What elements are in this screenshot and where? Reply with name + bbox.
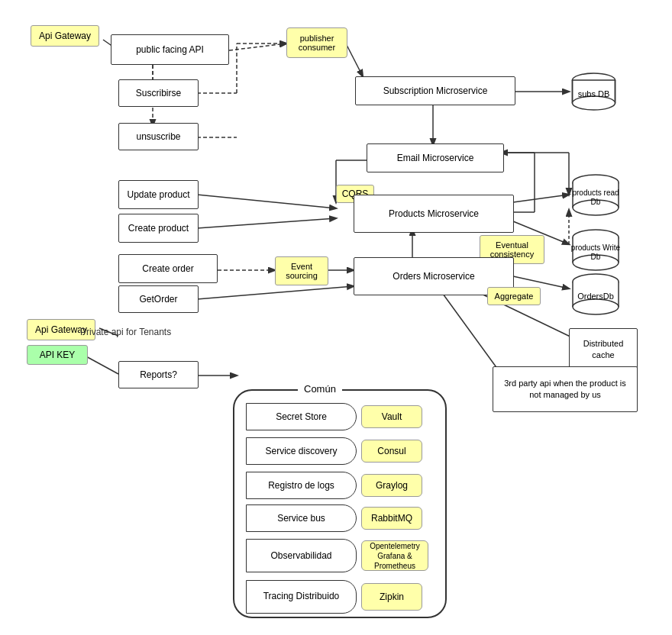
common-title: Común <box>298 383 342 395</box>
reports-box: Reports? <box>118 361 199 388</box>
orders-db-cylinder: OrdersDb <box>569 273 622 315</box>
publisher-consumer-label: publisher consumer <box>286 27 347 58</box>
tracing-row: Tracing Distribuido Zipkin <box>246 580 437 614</box>
products-write-db-cylinder: products Write Db <box>569 229 622 271</box>
create-product-box: Create product <box>118 214 199 243</box>
products-ms-box: Products Microservice <box>354 195 514 233</box>
subscription-ms-box: Subscription Microservice <box>355 76 515 105</box>
secret-store-label: Secret Store <box>246 403 357 430</box>
private-api-text: Private api for Tenants <box>80 327 171 337</box>
email-ms-box: Email Microservice <box>367 143 504 172</box>
event-sourcing-label: Event sourcing <box>275 256 328 285</box>
secret-store-value: Vault <box>361 405 422 428</box>
diagram: Api Gateway public facing API Suscribirs… <box>0 0 672 635</box>
api-key-label: API KEY <box>27 345 88 365</box>
svg-line-5 <box>346 44 363 76</box>
get-order-box: GetOrder <box>118 285 199 313</box>
registro-logs-label: Registro de logs <box>246 472 357 499</box>
svg-line-15 <box>513 195 569 202</box>
tracing-label: Tracing Distribuido <box>246 580 357 614</box>
api-gateway-1-label: Api Gateway <box>31 25 99 47</box>
public-api-box: public facing API <box>111 34 229 65</box>
service-discovery-label: Service discovery <box>246 437 357 465</box>
svg-line-8 <box>229 44 286 50</box>
service-bus-label: Service bus <box>246 504 357 532</box>
secret-store-row: Secret Store Vault <box>246 403 437 430</box>
unsuscribe-box: unsuscribe <box>118 123 199 150</box>
subs-db-cylinder: subs DB <box>569 73 619 111</box>
aggregate-label: Aggregate <box>487 287 541 305</box>
registro-logs-row: Registro de logs Graylog <box>246 472 437 499</box>
svg-line-20 <box>197 286 354 299</box>
svg-line-24 <box>443 294 504 378</box>
service-bus-row: Service bus RabbitMQ <box>246 504 437 532</box>
distributed-cache-box: Distributed cache <box>569 328 638 370</box>
observabilidad-value: Opentelemetry Grafana & Prometheus <box>361 540 428 571</box>
products-read-db-cylinder: products read Db <box>569 174 622 216</box>
service-bus-value: RabbitMQ <box>361 507 422 530</box>
create-order-box: Create order <box>118 254 218 283</box>
suscribirse-box: Suscribirse <box>118 79 199 107</box>
update-product-box: Update product <box>118 180 199 209</box>
registro-logs-value: Graylog <box>361 474 422 497</box>
service-discovery-row: Service discovery Consul <box>246 437 437 465</box>
svg-line-14 <box>197 218 336 228</box>
svg-line-13 <box>197 195 336 208</box>
tracing-value: Zipkin <box>361 583 422 611</box>
observabilidad-row: Observabilidad Opentelemetry Grafana & P… <box>246 539 444 572</box>
observabilidad-label: Observabilidad <box>246 539 357 572</box>
third-party-box: 3rd party api when the product is not ma… <box>493 366 638 412</box>
service-discovery-value: Consul <box>361 440 422 463</box>
